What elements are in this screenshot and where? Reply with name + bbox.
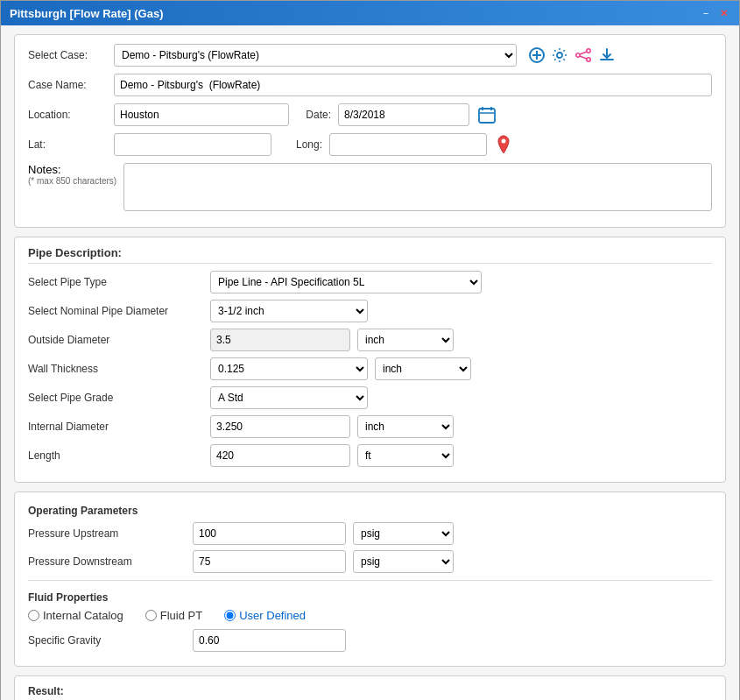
pipe-description-section: Pipe Description: Select Pipe Type Pipe …	[14, 237, 726, 483]
pipe-grade-label: Select Pipe Grade	[28, 392, 203, 404]
close-button[interactable]: ✕	[716, 6, 730, 20]
case-name-label: Case Name:	[28, 79, 107, 91]
pressure-downstream-input[interactable]	[193, 550, 346, 573]
title-bar: Pittsburgh [Flow Rate] (Gas) − ✕	[1, 1, 739, 25]
wall-thickness-unit-select[interactable]: inch mm	[375, 357, 471, 380]
pressure-upstream-input[interactable]	[193, 522, 346, 545]
date-input[interactable]	[338, 103, 469, 126]
content-area: Select Case: Demo - Pitsburg's (FlowRate…	[1, 25, 739, 700]
map-pin-icon-button[interactable]	[494, 133, 513, 156]
svg-rect-9	[479, 109, 495, 123]
pressure-upstream-label: Pressure Upstream	[28, 527, 186, 540]
lat-long-row: Lat: Long:	[28, 133, 712, 156]
svg-point-6	[576, 53, 580, 57]
outside-diameter-input[interactable]	[210, 329, 350, 351]
svg-point-13	[502, 139, 506, 144]
select-case-row: Select Case: Demo - Pitsburg's (FlowRate…	[28, 44, 712, 67]
pipe-type-row: Select Pipe Type Pipe Line - API Specifi…	[28, 271, 712, 293]
nominal-diameter-select[interactable]: 3-1/2 inch	[210, 300, 368, 322]
wall-thickness-row: Wall Thickness 0.125 inch mm	[28, 357, 712, 380]
pipe-type-select[interactable]: Pipe Line - API Specification 5L	[210, 271, 482, 293]
specific-gravity-row: Specific Gravity	[28, 629, 712, 652]
download-icon	[599, 47, 615, 63]
pipe-grade-row: Select Pipe Grade A Std	[28, 386, 712, 409]
svg-point-4	[587, 49, 590, 53]
download-icon-button[interactable]	[597, 46, 617, 65]
select-case-label: Select Case:	[28, 49, 107, 61]
main-window: Pittsburgh [Flow Rate] (Gas) − ✕ Select …	[0, 0, 740, 700]
pressure-upstream-row: Pressure Upstream psig psia bar kPa	[28, 522, 712, 545]
notes-sublabel: (* max 850 characters)	[28, 176, 116, 186]
gear-icon	[552, 47, 567, 63]
case-name-row: Case Name:	[28, 74, 712, 96]
operating-fluid-section: Operating Parameters Pressure Upstream p…	[14, 491, 726, 667]
pressure-downstream-row: Pressure Downstream psig psia bar kPa	[28, 550, 712, 573]
fluid-properties-header: Fluid Properties	[28, 591, 712, 604]
fluid-pt-radio[interactable]	[145, 610, 157, 621]
calendar-icon-button[interactable]	[476, 104, 497, 125]
case-name-input[interactable]	[114, 74, 712, 96]
pipe-type-label: Select Pipe Type	[28, 276, 203, 288]
fluid-pt-radio-label[interactable]: Fluid PT	[145, 609, 202, 622]
share-icon	[574, 48, 592, 62]
case-info-section: Select Case: Demo - Pitsburg's (FlowRate…	[14, 34, 726, 228]
svg-point-5	[587, 58, 590, 61]
notes-label: Notes:	[28, 163, 116, 176]
svg-line-8	[580, 56, 587, 59]
location-input[interactable]	[114, 103, 289, 126]
lat-input[interactable]	[114, 133, 271, 156]
pressure-downstream-unit-select[interactable]: psig psia bar kPa	[353, 550, 454, 573]
internal-catalog-radio[interactable]	[28, 610, 39, 621]
location-label: Location:	[28, 109, 107, 121]
notes-textarea[interactable]	[123, 163, 712, 211]
result-header: Result:	[28, 685, 712, 700]
internal-diameter-input[interactable]	[210, 415, 350, 438]
location-date-row: Location: Date:	[28, 103, 712, 126]
user-defined-radio[interactable]	[224, 610, 236, 621]
length-label: Length	[28, 449, 203, 462]
pressure-upstream-unit-select[interactable]: psig psia bar kPa	[353, 522, 454, 545]
long-label: Long:	[278, 138, 322, 151]
date-label: Date:	[296, 109, 331, 121]
toolbar-icons	[527, 46, 617, 65]
specific-gravity-label: Specific Gravity	[28, 634, 186, 647]
nominal-diameter-label: Select Nominal Pipe Diameter	[28, 305, 203, 317]
result-section: Result: Flow Rate MSCFH MMSCFD m3/h	[14, 675, 726, 700]
operating-parameters-header: Operating Parameters	[28, 505, 712, 517]
map-pin-icon	[496, 135, 511, 154]
length-row: Length ft m km	[28, 444, 712, 467]
minimize-button[interactable]: −	[699, 6, 713, 20]
internal-catalog-radio-label[interactable]: Internal Catalog	[28, 609, 123, 622]
internal-diameter-unit-select[interactable]: inch mm	[357, 415, 454, 438]
length-unit-select[interactable]: ft m km	[357, 444, 454, 467]
svg-line-7	[580, 52, 587, 54]
pressure-downstream-label: Pressure Downstream	[28, 555, 186, 568]
svg-point-3	[557, 53, 562, 58]
wall-thickness-label: Wall Thickness	[28, 363, 203, 375]
fluid-properties-section: Fluid Properties Internal Catalog Fluid …	[28, 580, 712, 652]
calendar-icon	[478, 106, 496, 124]
outside-diameter-unit-select[interactable]: inch mm	[357, 329, 454, 351]
internal-diameter-row: Internal Diameter inch mm	[28, 415, 712, 438]
lat-label: Lat:	[28, 138, 107, 151]
user-defined-radio-label[interactable]: User Defined	[224, 609, 306, 622]
gear-icon-button[interactable]	[550, 46, 569, 65]
add-icon-button[interactable]	[527, 46, 546, 65]
share-icon-button[interactable]	[573, 46, 594, 64]
notes-row: Notes: (* max 850 characters)	[28, 163, 712, 211]
fluid-radio-group: Internal Catalog Fluid PT User Defined	[28, 609, 712, 622]
title-controls: − ✕	[699, 6, 730, 20]
length-input[interactable]	[210, 444, 350, 467]
specific-gravity-input[interactable]	[193, 629, 346, 652]
pipe-description-header: Pipe Description:	[28, 246, 712, 264]
select-case-dropdown[interactable]: Demo - Pitsburg's (FlowRate)	[114, 44, 517, 67]
long-input[interactable]	[329, 133, 487, 156]
wall-thickness-select[interactable]: 0.125	[210, 357, 368, 380]
internal-diameter-label: Internal Diameter	[28, 421, 203, 433]
pipe-grade-select[interactable]: A Std	[210, 386, 368, 409]
outside-diameter-label: Outside Diameter	[28, 334, 203, 346]
window-title: Pittsburgh [Flow Rate] (Gas)	[10, 7, 164, 20]
nominal-diameter-row: Select Nominal Pipe Diameter 3-1/2 inch	[28, 300, 712, 322]
outside-diameter-row: Outside Diameter inch mm	[28, 329, 712, 351]
add-circle-icon	[529, 47, 545, 63]
